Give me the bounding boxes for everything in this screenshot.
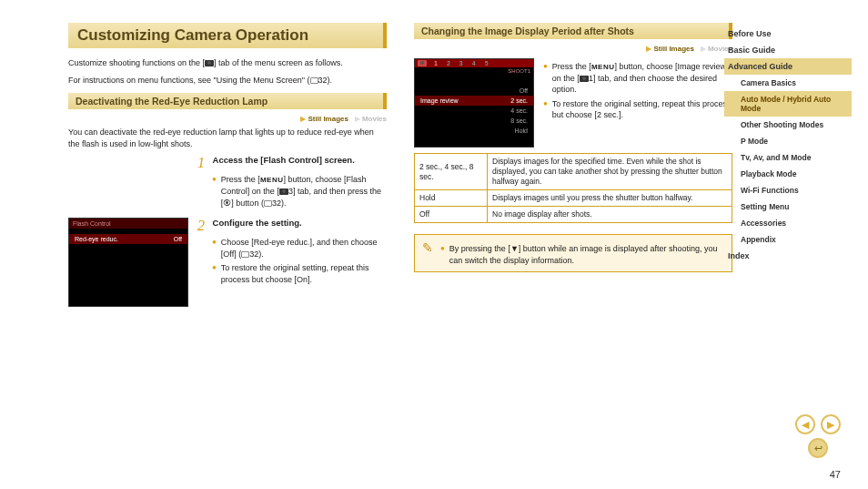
sidebar-item-camera-basics[interactable]: Camera Basics	[724, 75, 852, 91]
sidebar-item-tv-av-m[interactable]: Tv, Av, and M Mode	[724, 149, 852, 166]
nav-buttons: ◀ ▶ ↩	[795, 414, 841, 462]
page-number: 47	[830, 469, 841, 480]
note-text: By pressing the [▼] button while an imag…	[449, 243, 724, 266]
table-row: HoldDisplays images until you press the …	[415, 190, 732, 207]
sidebar-item-appendix[interactable]: Appendix	[724, 231, 852, 248]
prev-page-button[interactable]: ◀	[795, 414, 815, 434]
sidebar-item-playback[interactable]: Playback Mode	[724, 166, 852, 182]
book-icon	[241, 251, 249, 258]
sidebar-item-wifi[interactable]: Wi-Fi Functions	[724, 182, 852, 199]
sidebar-item-setting-menu[interactable]: Setting Menu	[724, 199, 852, 215]
page-title: Customizing Camera Operation	[77, 26, 374, 45]
book-icon	[264, 200, 272, 207]
camera-icon	[205, 60, 214, 66]
options-table: 2 sec., 4 sec., 8 sec.Displays images fo…	[414, 153, 732, 223]
sidebar-item-before-use[interactable]: Before Use	[724, 25, 852, 42]
sidebar-item-accessories[interactable]: Accessories	[724, 215, 852, 231]
section-1-text: You can deactivate the red-eye reduction…	[68, 127, 387, 149]
table-row: 2 sec., 4 sec., 8 sec.Displays images fo…	[415, 154, 732, 190]
note-box: ✎ ● By pressing the [▼] button while an …	[414, 234, 732, 272]
sidebar-item-other-modes[interactable]: Other Shooting Modes	[724, 117, 852, 133]
return-button[interactable]: ↩	[808, 438, 828, 458]
pencil-icon: ✎	[422, 240, 433, 266]
sidebar-nav: Before Use Basic Guide Advanced Guide Ca…	[724, 25, 852, 264]
book-icon	[310, 77, 318, 84]
section-2-bullet-2: To restore the original setting, repeat …	[552, 98, 732, 121]
section-1-header: Deactivating the Red-Eye Reduction Lamp	[68, 93, 387, 109]
intro-1: Customize shooting functions on the [] t…	[68, 57, 387, 69]
sidebar-item-auto-mode[interactable]: Auto Mode / Hybrid Auto Mode	[724, 91, 852, 117]
sidebar-item-basic-guide[interactable]: Basic Guide	[724, 42, 852, 58]
step-2-title: Configure the setting.	[213, 218, 302, 228]
section-2-bullet-1: Press the [MENU] button, choose [Image r…	[552, 61, 732, 96]
media-indicator-2: ▶ Still Images ▶ Movies	[414, 45, 732, 53]
media-indicator-1: ▶ Still Images ▶ Movies	[68, 115, 387, 123]
step-2-bullet-1: Choose [Red-eye reduc.], and then choose…	[221, 237, 387, 260]
intro-2: For instructions on menu functions, see …	[68, 75, 387, 87]
camera-icon	[279, 188, 288, 195]
step-1-title: Access the [Flash Control] screen.	[213, 155, 355, 165]
right-column: Changing the Image Display Period after …	[414, 23, 732, 307]
step-1-bullet-1: Press the [MENU] button, choose [Flash C…	[221, 174, 387, 209]
sidebar-item-index[interactable]: Index	[724, 248, 852, 264]
table-row: OffNo image display after shots.	[415, 207, 732, 223]
next-page-button[interactable]: ▶	[821, 414, 841, 434]
camera-icon	[580, 76, 589, 82]
step-1-number: 1	[197, 155, 210, 171]
sidebar-item-advanced-guide[interactable]: Advanced Guide	[724, 58, 852, 75]
lcd-image-review: 12345 SHOOT1 Off Image review2 sec. 4 se…	[414, 58, 534, 148]
sidebar-item-p-mode[interactable]: P Mode	[724, 133, 852, 149]
step-2-bullet-2: To restore the original setting, repeat …	[221, 262, 387, 285]
section-2-header: Changing the Image Display Period after …	[414, 23, 732, 39]
left-column: Customizing Camera Operation Customize s…	[68, 23, 387, 307]
page-title-bar: Customizing Camera Operation	[68, 23, 387, 48]
lcd-flash-control: Flash Control Red-eye reduc.Off	[68, 218, 188, 307]
step-2-number: 2	[197, 218, 210, 234]
